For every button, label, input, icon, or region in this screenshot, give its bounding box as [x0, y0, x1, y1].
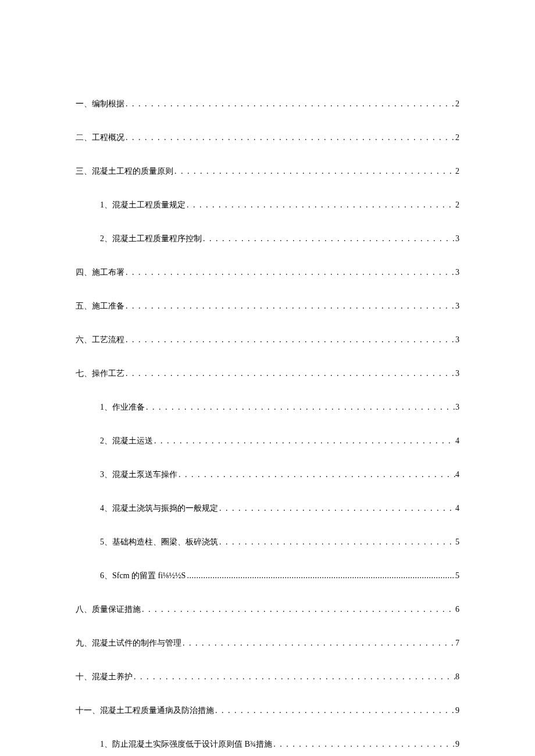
toc-entry: 十、混凝土养护8 [76, 672, 459, 682]
toc-entry: 九、混凝土试件的制作与管理7 [76, 638, 459, 648]
toc-entry: 三、混凝土工程的质量原则2 [76, 166, 459, 177]
toc-entry-label: 1、混凝土工程质量规定 [100, 200, 186, 210]
toc-entry: 1、防止混凝土实际强度低于设计原则值 B¾措施9 [76, 739, 459, 750]
toc-leader-dots [124, 335, 455, 345]
toc-entry: 五、施工准备3 [76, 301, 459, 311]
toc-entry: 一、编制根据2 [76, 99, 459, 109]
toc-entry-label: 八、质量保证措施 [76, 604, 141, 615]
toc-entry-label: 6、Sfcm 的留置 fi⅛½½S [100, 571, 186, 581]
toc-entry: 1、混凝土工程质量规定2 [76, 200, 459, 210]
toc-leader-dots [173, 167, 455, 176]
toc-entry-page: 9 [455, 740, 459, 749]
toc-leader-dots [124, 369, 455, 378]
toc-leader-dots [124, 133, 455, 142]
toc-entry-page: 5 [455, 571, 459, 581]
toc-entry-page: 3 [455, 335, 459, 345]
toc-entry: 3、混凝土泵送车操作4 [76, 470, 459, 480]
toc-leader-dots [141, 605, 455, 614]
toc-entry-page: 7 [455, 639, 459, 648]
toc-entry-page: 2 [455, 99, 459, 109]
toc-entry: 1、作业准备3 [76, 402, 459, 413]
toc-leader-dots [186, 571, 455, 581]
toc-leader-dots [186, 200, 455, 210]
toc-entry-label: 七、操作工艺 [76, 368, 124, 379]
toc-entry-label: 1、作业准备 [100, 402, 145, 413]
toc-entry-page: 2 [455, 167, 459, 176]
toc-entry: 4、混凝土浇筑与振捣的一般规定4 [76, 503, 459, 514]
toc-leader-dots [218, 504, 455, 513]
toc-entry-label: 4、混凝土浇筑与振捣的一般规定 [100, 503, 218, 514]
toc-entry-page: 3 [455, 403, 459, 412]
toc-entry: 6、Sfcm 的留置 fi⅛½½S5 [76, 571, 459, 581]
toc-leader-dots [272, 740, 455, 749]
toc-entry-label: 一、编制根据 [76, 99, 124, 109]
toc-entry-page: 2 [455, 200, 459, 210]
toc-entry-label: 1、防止混凝土实际强度低于设计原则值 B¾措施 [100, 739, 272, 750]
toc-leader-dots [124, 99, 455, 109]
toc-entry-page: 4 [455, 470, 459, 479]
toc-entry-label: 六、工艺流程 [76, 335, 124, 345]
toc-entry-page: 3 [455, 234, 459, 243]
toc-entry-page: 9 [455, 706, 459, 715]
toc-entry-label: 三、混凝土工程的质量原则 [76, 166, 173, 177]
toc-leader-dots [181, 639, 455, 648]
toc-leader-dots [124, 268, 455, 277]
toc-entry: 2、混凝土工程质量程序控制3 [76, 234, 459, 244]
toc-leader-dots [218, 538, 455, 547]
toc-entry-label: 五、施工准备 [76, 301, 124, 311]
toc-entry: 2、混凝土运送4 [76, 436, 459, 446]
toc-entry-page: 5 [455, 538, 459, 547]
toc-entry-page: 3 [455, 268, 459, 277]
toc-leader-dots [153, 436, 455, 446]
toc-entry: 七、操作工艺3 [76, 368, 459, 379]
toc-entry-label: 十、混凝土养护 [76, 672, 133, 682]
table-of-contents: 一、编制根据2二、工程概况2三、混凝土工程的质量原则21、混凝土工程质量规定22… [76, 99, 459, 750]
toc-entry-page: 4 [455, 504, 459, 513]
toc-entry-page: 8 [455, 672, 459, 682]
toc-entry-page: 6 [455, 605, 459, 614]
toc-entry-label: 四、施工布署 [76, 267, 124, 278]
toc-leader-dots [145, 403, 455, 412]
toc-entry-label: 九、混凝土试件的制作与管理 [76, 638, 181, 648]
toc-entry: 二、工程概况2 [76, 132, 459, 143]
toc-entry-page: 2 [455, 133, 459, 142]
toc-entry-label: 2、混凝土工程质量程序控制 [100, 234, 202, 244]
toc-leader-dots [124, 302, 455, 311]
toc-entry: 5、基础构造柱、圈梁、板碎浇筑5 [76, 537, 459, 547]
toc-leader-dots [214, 706, 455, 715]
toc-entry-label: 十一、混凝土工程质量通病及防治措施 [76, 705, 214, 716]
toc-entry-label: 2、混凝土运送 [100, 436, 153, 446]
toc-leader-dots [177, 470, 455, 479]
toc-leader-dots [202, 234, 455, 243]
toc-entry: 八、质量保证措施6 [76, 604, 459, 615]
toc-entry-label: 二、工程概况 [76, 132, 124, 143]
toc-entry-label: 3、混凝土泵送车操作 [100, 470, 177, 480]
toc-entry: 十一、混凝土工程质量通病及防治措施9 [76, 705, 459, 716]
toc-entry-page: 4 [455, 436, 459, 446]
toc-entry: 四、施工布署3 [76, 267, 459, 278]
toc-entry-page: 3 [455, 369, 459, 378]
toc-entry-page: 3 [455, 302, 459, 311]
toc-leader-dots [133, 672, 455, 682]
toc-entry: 六、工艺流程3 [76, 335, 459, 345]
toc-entry-label: 5、基础构造柱、圈梁、板碎浇筑 [100, 537, 218, 547]
